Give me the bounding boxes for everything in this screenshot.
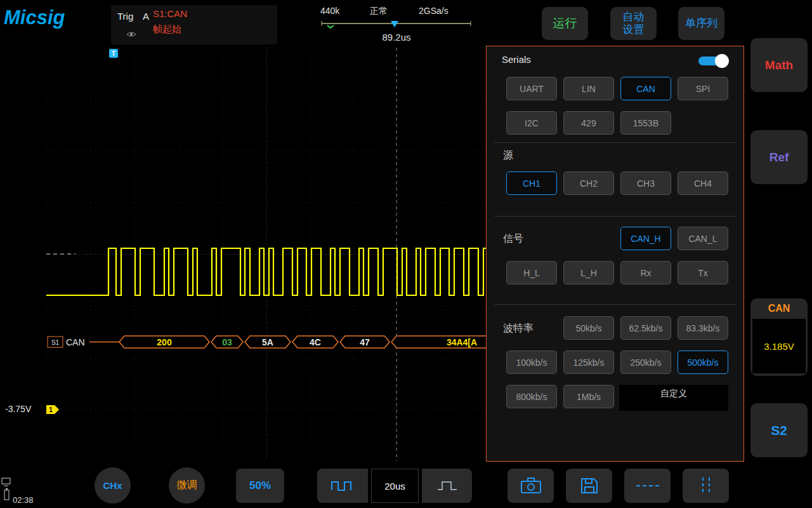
signal-label: 信号 — [503, 232, 523, 246]
signal-can-h[interactable]: CAN_H — [620, 227, 671, 250]
display-status-icon — [1, 478, 11, 487]
protocol-429[interactable]: 429 — [563, 111, 614, 135]
baud-500kb-s[interactable]: 500kb/s — [678, 351, 728, 374]
autoset-line2: 设置 — [623, 23, 645, 36]
baud-50kb-s[interactable]: 50kb/s — [563, 316, 614, 340]
baud-250kb-s[interactable]: 250kb/s — [620, 351, 671, 374]
horizontal-position-value: 89.2us — [355, 32, 438, 43]
waveform-display[interactable]: S1CAN200035A4C4734A4[AT1 — [46, 48, 487, 461]
baud-62-5kb-s[interactable]: 62.5kb/s — [620, 316, 671, 340]
protocol-i2c[interactable]: I2C — [506, 111, 557, 135]
run-stop-button[interactable]: 运行 — [542, 7, 588, 40]
divider — [494, 216, 737, 217]
trig-slope: A — [143, 11, 149, 22]
serials-toggle[interactable] — [698, 54, 729, 68]
fifty-percent-button[interactable]: 50% — [236, 469, 284, 503]
source-ch1[interactable]: CH1 — [506, 171, 557, 195]
sample-rate: 2GSa/s — [419, 6, 449, 16]
horizontal-position-slider[interactable] — [317, 18, 476, 32]
divider — [494, 142, 737, 143]
can-measure-panel[interactable]: CAN 3.185V — [750, 298, 808, 376]
source-ch4[interactable]: CH4 — [678, 171, 728, 195]
can-measure-value: 3.185V — [752, 319, 806, 373]
decode-frame-value: 47 — [360, 337, 370, 347]
baud-800kb-s[interactable]: 800kb/s — [506, 385, 557, 408]
divider — [494, 304, 737, 305]
channel-select-button[interactable]: CHx — [95, 467, 131, 504]
camera-icon — [519, 476, 543, 495]
baud-custom-field[interactable]: 自定义 — [619, 385, 728, 411]
signal-l-h[interactable]: L_H — [563, 261, 614, 284]
pulse-icon — [436, 479, 459, 493]
square-wave-icon — [330, 479, 355, 493]
trig-label: Trig — [117, 11, 133, 22]
cursor-lines-icon — [697, 476, 716, 495]
single-seq-button[interactable]: 单序列 — [678, 7, 724, 40]
protocol-uart[interactable]: UART — [506, 77, 557, 100]
decode-protocol-label: CAN — [66, 337, 85, 347]
brand-logo: Micsig — [4, 6, 65, 29]
fine-adjust-button[interactable]: 微调 — [169, 467, 205, 504]
screenshot-button[interactable] — [508, 469, 554, 503]
measure-lines-button[interactable] — [624, 469, 671, 503]
protocol-spi[interactable]: SPI — [678, 77, 728, 100]
baud-1mb-s[interactable]: 1Mb/s — [563, 385, 614, 408]
baud-100kb-s[interactable]: 100kb/s — [506, 351, 557, 374]
ref-button[interactable]: Ref — [750, 130, 808, 184]
autoset-line1: 自动 — [623, 11, 645, 23]
signal-tx[interactable]: Tx — [678, 261, 728, 284]
ch1-position-marker[interactable] — [46, 405, 59, 414]
save-icon — [579, 476, 599, 495]
math-button[interactable]: Math — [750, 38, 808, 92]
trig-source: S1:CAN — [153, 8, 187, 19]
decode-frame-value: 200 — [157, 337, 172, 347]
trigger-status-box[interactable]: Trig A S1:CAN 帧起始 — [111, 5, 277, 44]
serial-settings-panel: Serials 源 信号 波特率 自定义 UARTLINCANSPII2C429… — [486, 46, 744, 462]
signal-rx[interactable]: Rx — [620, 261, 671, 284]
timebase-zoom-out-button[interactable] — [317, 469, 368, 503]
acquire-status: 正常 — [370, 6, 388, 17]
protocol-can[interactable]: CAN — [620, 77, 671, 100]
decode-frame-value: 34A4[A — [447, 337, 477, 347]
battery-status-icon — [3, 488, 11, 501]
trigger-flag-label: T — [112, 50, 115, 57]
trigger-visibility-icon[interactable] — [126, 30, 136, 38]
baud-125kb-s[interactable]: 125kb/s — [563, 351, 614, 374]
save-button[interactable] — [566, 469, 612, 503]
protocol-lin[interactable]: LIN — [563, 77, 614, 100]
timebase-display[interactable]: 20us — [371, 469, 419, 503]
baud-83-3kb-s[interactable]: 83.3kb/s — [678, 316, 728, 340]
s2-button[interactable]: S2 — [750, 403, 808, 457]
signal-can-l[interactable]: CAN_L — [678, 227, 728, 250]
protocol-1553b[interactable]: 1553B — [620, 111, 671, 135]
signal-h-l[interactable]: H_L — [506, 261, 557, 284]
serials-title: Serials — [502, 54, 531, 65]
dashed-line-icon — [635, 483, 660, 489]
can-measure-title: CAN — [750, 303, 808, 314]
toggle-knob — [715, 54, 729, 68]
decode-frame-value: 03 — [222, 337, 232, 347]
memory-depth: 440k — [320, 6, 339, 16]
clock: 02:38 — [13, 495, 34, 505]
window-position-pointer[interactable] — [391, 21, 398, 27]
trigger-point-marker — [327, 25, 334, 28]
s1-decode-badge-label: S1 — [51, 339, 60, 346]
cursor-button[interactable] — [683, 469, 729, 503]
trig-type: 帧起始 — [153, 23, 181, 36]
source-ch3[interactable]: CH3 — [620, 171, 671, 195]
ch1-offset-label: -3.75V — [5, 404, 31, 414]
autoset-button[interactable]: 自动 设置 — [610, 7, 657, 40]
decode-frame-value: 4C — [310, 337, 321, 347]
source-ch2[interactable]: CH2 — [563, 171, 614, 195]
source-label: 源 — [503, 149, 513, 163]
timebase-zoom-in-button[interactable] — [422, 469, 472, 503]
oscilloscope-screen: Micsig Trig A S1:CAN 帧起始 440k 正常 2GSa/s … — [0, 0, 812, 508]
baud-label: 波特率 — [503, 322, 534, 335]
ch1-position-marker-label: 1 — [49, 406, 53, 413]
decode-frame-value: 5A — [262, 337, 273, 347]
